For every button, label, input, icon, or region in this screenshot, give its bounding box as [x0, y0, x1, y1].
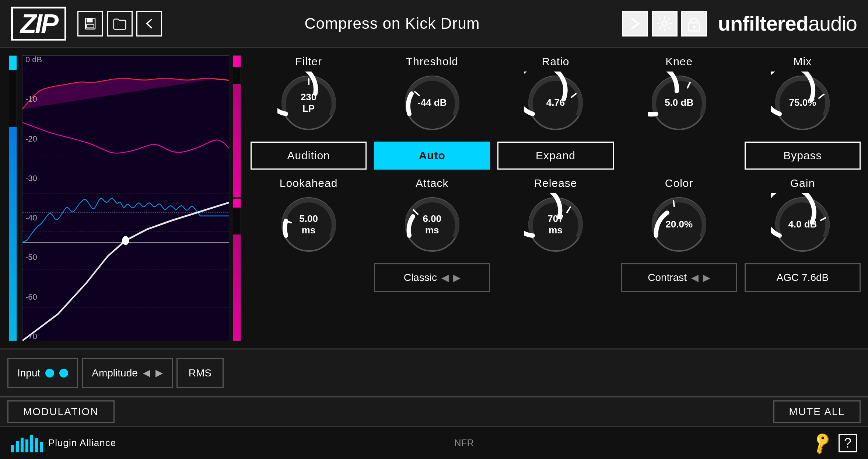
release-knob[interactable]: 707 ms [524, 193, 587, 256]
knee-control: Knee 5.0 dB [621, 55, 737, 134]
save-icon-button[interactable] [77, 11, 103, 36]
amplitude-right-arrow[interactable]: ▶ [155, 367, 163, 379]
settings-button[interactable] [652, 11, 678, 36]
bar-6 [35, 438, 38, 452]
next-preset-button[interactable] [622, 11, 648, 36]
threshold-control: Threshold -44 dB [374, 55, 490, 134]
main-content: 0 dB -10 -20 -30 -40 -50 -60 -70 [0, 48, 868, 348]
lock-button[interactable] [681, 11, 707, 36]
contrast-right-arrow[interactable]: ▶ [703, 272, 710, 284]
db-label-50: -50 [25, 253, 42, 261]
auto-button[interactable]: Auto [374, 142, 490, 170]
output-meters [233, 55, 243, 341]
gain-label: Gain [790, 177, 815, 189]
right-panel: Filter 230LP Threshold [251, 55, 861, 341]
footer-bars-icon [11, 434, 43, 452]
lookahead-knob[interactable]: 5.00 ms [277, 193, 340, 256]
footer-nfr: NFR [116, 437, 812, 449]
help-button[interactable]: ? [839, 434, 857, 452]
db-labels: 0 dB -10 -20 -30 -40 -50 -60 -70 [25, 56, 42, 341]
zip-logo: ZIP [11, 7, 66, 41]
ratio-control: Ratio 4.76 [497, 55, 613, 134]
db-label-70: -70 [25, 333, 42, 341]
output-meter-left [233, 55, 241, 198]
classic-left-arrow[interactable]: ◀ [441, 272, 449, 284]
svg-point-3 [662, 21, 667, 26]
lookahead-label: Lookahead [280, 177, 337, 189]
preset-name: Compress on Kick Drum [173, 15, 611, 32]
rms-selector[interactable]: RMS [176, 358, 224, 388]
left-panel: 0 dB -10 -20 -30 -40 -50 -60 -70 [7, 55, 243, 341]
top-controls-grid: Filter 230LP Threshold [251, 55, 861, 134]
waveform-display: 0 dB -10 -20 -30 -40 -50 -60 -70 [22, 55, 229, 341]
gain-knob[interactable]: 4.0 dB [771, 193, 834, 256]
bypass-button[interactable]: Bypass [745, 142, 861, 170]
rms-label: RMS [189, 367, 211, 379]
attack-knob[interactable]: 6.00 ms [401, 193, 463, 256]
audition-button[interactable]: Audition [251, 142, 367, 170]
lookahead-control: Lookahead 5.00 ms [251, 177, 367, 256]
header: ZIP Compress on Kick Drum [0, 0, 868, 48]
contrast-selector[interactable]: Contrast ◀ ▶ [621, 263, 737, 292]
brand-name: unfilteredaudio [718, 11, 857, 35]
key-icon: 🔑 [809, 430, 834, 455]
dot-1 [45, 369, 54, 378]
db-label-40: -40 [25, 214, 42, 222]
attack-label: Attack [416, 177, 448, 189]
release-control: Release 707 ms [497, 177, 613, 256]
header-right-icons [622, 11, 707, 36]
contrast-left-arrow[interactable]: ◀ [691, 272, 699, 284]
classic-right-arrow[interactable]: ▶ [453, 272, 461, 284]
mix-knob[interactable]: 75.0% [771, 72, 834, 134]
svg-rect-1 [87, 18, 92, 22]
amplitude-left-arrow[interactable]: ◀ [143, 367, 150, 379]
modulation-button[interactable]: MODULATION [7, 400, 115, 423]
threshold-label: Threshold [406, 55, 458, 68]
knee-knob[interactable]: 5.0 dB [648, 72, 710, 134]
amplitude-selector[interactable]: Amplitude ◀ ▶ [82, 358, 173, 388]
threshold-knob[interactable]: -44 dB [401, 72, 463, 134]
footer-brand: Plugin Alliance [48, 437, 116, 449]
contrast-label: Contrast [648, 272, 687, 284]
plugin-window: ZIP Compress on Kick Drum [0, 0, 868, 459]
bar-7 [40, 442, 43, 452]
header-icon-group [77, 11, 162, 36]
bar-1 [11, 445, 14, 452]
agc-label: AGC 7.6dB [777, 272, 829, 284]
ratio-knob[interactable]: 4.76 [524, 72, 587, 134]
mute-all-button[interactable]: MUTE ALL [773, 400, 861, 423]
bar-2 [16, 441, 19, 452]
db-label-0: 0 dB [25, 56, 42, 64]
color-knob[interactable]: 20.0% [648, 193, 710, 256]
filter-knob[interactable]: 230LP [277, 72, 340, 134]
color-label: Color [665, 177, 693, 189]
filter-label: Filter [295, 55, 322, 68]
expand-button[interactable]: Expand [497, 142, 613, 170]
mix-control: Mix 75.0% [745, 55, 861, 134]
footer-right: 🔑 ? [812, 434, 857, 452]
input-label: Input [17, 367, 40, 379]
db-label-60: -60 [25, 293, 42, 301]
db-label-30: -30 [25, 174, 42, 182]
back-icon-button[interactable] [136, 11, 162, 36]
selector-row: Classic ◀ ▶ Contrast ◀ ▶ AGC 7.6dB [251, 263, 861, 292]
knee-label: Knee [665, 55, 693, 68]
svg-point-5 [693, 25, 696, 28]
db-label-10: -10 [25, 95, 42, 103]
buttons-row: Audition Auto Expand Bypass [251, 142, 861, 170]
output-meter-right [233, 199, 241, 341]
input-selector: Input [7, 358, 78, 388]
dot-2 [59, 369, 68, 378]
bar-4 [25, 439, 28, 452]
attack-control: Attack 6.00 ms [374, 177, 490, 256]
footer-logo: Plugin Alliance [11, 434, 116, 452]
bottom-controls-grid: Lookahead 5.00 ms Attack [251, 177, 861, 256]
agc-display: AGC 7.6dB [745, 263, 861, 292]
filter-control: Filter 230LP [251, 55, 367, 134]
db-label-20: -20 [25, 135, 42, 143]
classic-selector[interactable]: Classic ◀ ▶ [374, 263, 490, 292]
ratio-label: Ratio [542, 55, 569, 68]
color-control: Color 20.0% [621, 177, 737, 256]
folder-icon-button[interactable] [107, 11, 133, 36]
mix-label: Mix [794, 55, 812, 68]
